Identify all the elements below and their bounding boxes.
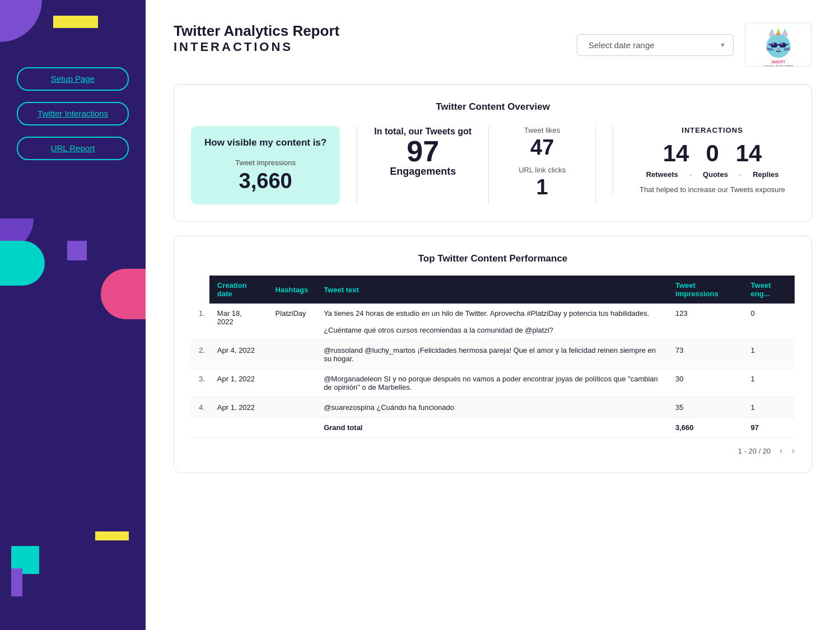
decorative-shape-purple-bottom [11, 568, 22, 596]
sidebar-item-url[interactable]: URL Report [17, 137, 129, 160]
col-header-text: Tweet text [316, 276, 668, 304]
svg-line-13 [786, 44, 788, 45]
svg-text:YOUR LOGO HERE: YOUR LOGO HERE [763, 65, 793, 67]
cell-engagement: 0 [743, 304, 795, 340]
cell-total-engagement: 97 [743, 418, 795, 438]
impressions-label: Tweet impressions [204, 158, 326, 167]
cell-impressions: 30 [668, 369, 743, 398]
sidebar: Setup Page Twitter Interactions URL Repo… [0, 0, 146, 630]
svg-text:INSERT: INSERT [772, 60, 786, 64]
table-row: 2.Apr 4, 2022@russoland @luchy_martos ¡F… [191, 340, 795, 369]
table-total-row: Grand total3,66097 [191, 418, 795, 438]
dash-2: - [739, 170, 741, 179]
table-header-row: Creation date Hashtags Tweet text Tweet … [191, 276, 795, 304]
cell-tweet-text: @suarezospina ¿Cuándo ha funcionado [316, 398, 668, 418]
divider-3 [595, 126, 596, 204]
replies-label: Replies [753, 170, 778, 179]
report-title: Twitter Analytics Report [174, 22, 339, 40]
svg-rect-9 [771, 43, 777, 48]
table-footer: 1 - 20 / 20 ‹ › [191, 446, 795, 456]
date-range-select[interactable]: Select date range [577, 34, 734, 56]
table-header: Creation date Hashtags Tweet text Tweet … [191, 276, 795, 304]
cell-total-empty2 [209, 418, 268, 438]
performance-table: Creation date Hashtags Tweet text Tweet … [191, 276, 795, 438]
svg-line-12 [769, 44, 771, 45]
cell-engagement: 1 [743, 340, 795, 369]
impressions-value: 3,660 [204, 169, 326, 193]
cell-date: Apr 1, 2022 [209, 398, 268, 418]
sidebar-nav: Setup Page Twitter Interactions URL Repo… [0, 0, 146, 160]
cell-impressions: 123 [668, 304, 743, 340]
col-header-impressions: Tweet impressions [668, 276, 743, 304]
performance-card-title: Top Twitter Content Performance [191, 253, 795, 264]
svg-rect-10 [780, 43, 786, 48]
interactions-labels: Retweets - Quotes - Replies [630, 170, 795, 179]
retweets-value: 14 [663, 140, 689, 167]
interactions-title: INTERACTIONS [630, 126, 795, 134]
header-right: Select date range [577, 22, 812, 67]
cell-hashtags [268, 340, 316, 369]
cell-hashtags: PlatziDay [268, 304, 316, 340]
url-clicks-label: URL link clicks [517, 166, 567, 174]
twitter-interactions-link[interactable]: Twitter Interactions [38, 109, 108, 118]
cell-impressions: 35 [668, 398, 743, 418]
overview-grid: How visible my content is? Tweet impress… [191, 126, 795, 204]
sidebar-item-twitter[interactable]: Twitter Interactions [17, 102, 129, 125]
cell-hashtags [268, 398, 316, 418]
cell-hashtags [268, 369, 316, 398]
decorative-shape-cyan-mid [0, 241, 45, 286]
next-page-button[interactable]: › [792, 446, 795, 456]
decorative-shape-pink-mid [101, 269, 146, 319]
col-header-num [191, 276, 209, 304]
visibility-column: How visible my content is? Tweet impress… [191, 126, 340, 204]
col-header-date: Creation date [209, 276, 268, 304]
url-clicks-value: 1 [517, 176, 567, 198]
tweet-likes-label: Tweet likes [517, 126, 567, 134]
visibility-heading: How visible my content is? [204, 137, 326, 148]
sidebar-item-setup[interactable]: Setup Page [17, 67, 129, 91]
decorative-shape-purple-square [67, 241, 87, 260]
svg-point-0 [767, 34, 791, 58]
engagements-label: Engagements [374, 166, 472, 178]
cell-date: Apr 1, 2022 [209, 369, 268, 398]
divider-1 [357, 126, 357, 204]
url-report-link[interactable]: URL Report [51, 143, 95, 153]
col-header-hashtags: Hashtags [268, 276, 316, 304]
pagination-info: 1 - 20 / 20 [738, 447, 771, 455]
likes-column: Tweet likes 47 URL link clicks 1 [506, 126, 578, 198]
cell-date: Apr 4, 2022 [209, 340, 268, 369]
quotes-label: Quotes [703, 170, 728, 179]
cell-tweet-text: @russoland @luchy_martos ¡Felicidades he… [316, 340, 668, 369]
cell-total-label: Grand total [316, 418, 668, 438]
divider-2 [488, 126, 489, 204]
performance-card: Top Twitter Content Performance Creation… [174, 236, 812, 473]
page-header: Twitter Analytics Report INTERACTIONS Se… [174, 22, 812, 67]
interactions-column: INTERACTIONS 14 0 14 Retweets - Quotes -… [613, 126, 795, 194]
logo-placeholder: INSERT YOUR LOGO HERE [745, 22, 812, 67]
cell-row-num: 2. [191, 340, 209, 369]
col-header-engagement: Tweet eng... [743, 276, 795, 304]
overview-card: Twitter Content Overview How visible my … [174, 84, 812, 222]
main-content: Twitter Analytics Report INTERACTIONS Se… [146, 0, 840, 630]
table-row: 1.Mar 18, 2022PlatziDayYa tienes 24 hora… [191, 304, 795, 340]
cell-engagement: 1 [743, 398, 795, 418]
engagements-column: In total, our Tweets got 97 Engagements [374, 126, 472, 178]
cell-total-impressions: 3,660 [668, 418, 743, 438]
cell-row-num: 1. [191, 304, 209, 340]
interactions-footnote: That helped to increase our Tweets expos… [630, 185, 795, 194]
cell-impressions: 73 [668, 340, 743, 369]
page-title-block: Twitter Analytics Report INTERACTIONS [174, 22, 339, 54]
cell-row-num: 4. [191, 398, 209, 418]
table-row: 4.Apr 1, 2022@suarezospina ¿Cuándo ha fu… [191, 398, 795, 418]
overview-card-title: Twitter Content Overview [191, 101, 795, 113]
decorative-shape-yellow-bottom [95, 531, 129, 540]
cell-tweet-text: @Morganadeleon SI y no porque después no… [316, 369, 668, 398]
svg-point-14 [772, 43, 774, 45]
setup-page-link[interactable]: Setup Page [51, 74, 95, 83]
date-range-wrapper[interactable]: Select date range [577, 34, 734, 56]
tweet-likes-value: 47 [517, 137, 567, 158]
engagements-number: 97 [374, 137, 472, 166]
prev-page-button[interactable]: ‹ [780, 446, 782, 456]
quotes-value: 0 [706, 140, 718, 167]
cell-row-num: 3. [191, 369, 209, 398]
